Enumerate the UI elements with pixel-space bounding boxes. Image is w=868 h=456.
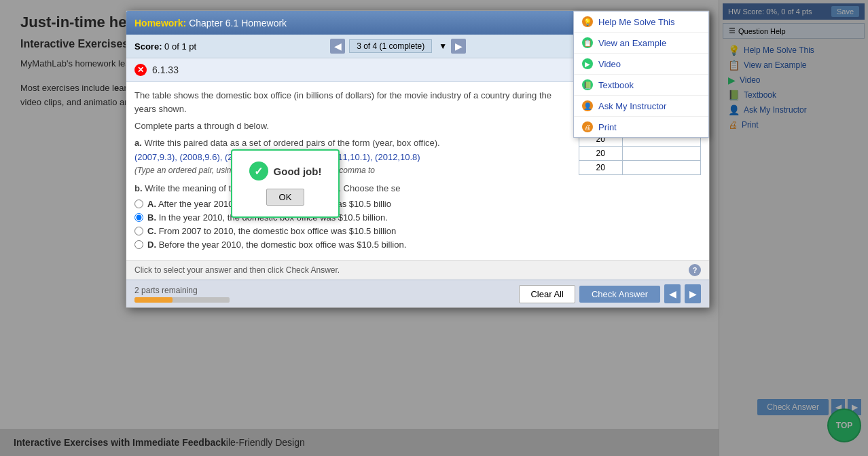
prev-nav-button[interactable]: ◀ [664,284,681,303]
nav-dropdown-icon[interactable]: ▼ [439,41,447,51]
question-number: 6.1.33 [152,64,179,75]
part-a-text: a. Write this paired data as a set of or… [134,138,571,148]
dropdown-video[interactable]: ▶ Video [574,54,708,75]
progress-bar-container [134,297,230,303]
dropdown-solve-icon: 💡 [582,16,593,27]
question-intro: The table shows the domestic box office … [134,89,571,115]
dropdown-solve[interactable]: 💡 Help Me Solve This [574,12,708,33]
check-answer-button[interactable]: Check Answer [579,286,660,303]
dropdown-example[interactable]: 📋 View an Example [574,33,708,54]
radio-d[interactable] [134,240,143,249]
ok-button[interactable]: OK [266,189,305,206]
prev-question-button[interactable]: ◀ [330,39,345,54]
error-icon: ✕ [134,64,147,76]
option-a: A. After the year 2010, the domestic box… [134,199,571,209]
part-b-text: b. Write the meaning of the ordered pair… [134,183,571,193]
dropdown-instructor-icon: 👤 [582,100,593,111]
question-position: 3 of 4 (1 complete) [349,39,432,53]
radio-b[interactable] [134,213,143,222]
homework-label: Homework: [134,18,186,28]
dropdown-textbook[interactable]: 📗 Textbook [574,75,708,96]
good-job-dialog: ✓ Good job! OK [231,149,340,218]
score-nav: ◀ 3 of 4 (1 complete) ▼ ▶ [330,39,466,54]
status-bar: Click to select your answer and then cli… [126,260,709,280]
dropdown-instructor[interactable]: 👤 Ask My Instructor [574,96,708,117]
question-header: ✕ 6.1.33 ☰ Question Help ⚙ 💡 Help Me Sol… [126,58,709,82]
table-row: 20 [579,147,701,161]
dropdown-print-icon: 🖨 [582,121,593,132]
next-nav-button[interactable]: ▶ [685,284,701,303]
action-buttons: Clear All Check Answer ◀ ▶ [519,284,701,303]
option-c: C. From 2007 to 2010, the domestic box o… [134,226,571,236]
option-d: D. Before the year 2010, the domestic bo… [134,240,571,250]
main-modal: Homework: Chapter 6.1 Homework Save ✕ Sc… [126,10,710,308]
help-circle-icon[interactable]: ? [689,264,701,276]
action-bar: 2 parts remaining Clear All Check Answer… [126,280,709,307]
radio-c[interactable] [134,227,143,235]
homework-title: Chapter 6.1 Homework [189,18,287,28]
part-a-answer: (2007,9.3), (2008,9.6), (2009,10.7), (20… [134,152,571,162]
label-c: C. From 2007 to 2010, the domestic box o… [147,226,396,236]
dropdown-textbook-icon: 📗 [582,79,593,90]
parts-remaining-container: 2 parts remaining [134,286,230,303]
help-dropdown: 💡 Help Me Solve This 📋 View an Example ▶… [573,11,709,138]
status-text: Click to select your answer and then cli… [134,265,340,275]
dropdown-print[interactable]: 🖨 Print [574,117,708,137]
parts-remaining-text: 2 parts remaining [134,286,230,295]
table-row: 20 [579,161,701,175]
option-b: B. In the year 2010, the domestic box of… [134,212,571,223]
label-d: D. Before the year 2010, the domestic bo… [147,240,406,250]
clear-all-button[interactable]: Clear All [519,285,575,303]
dropdown-example-icon: 📋 [582,37,593,48]
good-job-header: ✓ Good job! [243,162,327,180]
score-display: Score: 0 of 1 pt [134,41,196,52]
dropdown-video-icon: ▶ [582,58,593,69]
modal-title: Homework: Chapter 6.1 Homework [134,18,287,28]
question-complete: Complete parts a through d below. [134,121,571,131]
question-left: The table shows the domestic box office … [134,89,571,253]
part-a-hint: (Type an ordered pair, using integers or… [134,166,571,175]
progress-bar-fill [134,297,173,303]
good-job-text: Good job! [274,166,322,177]
checkmark-icon: ✓ [249,162,268,180]
next-question-button[interactable]: ▶ [451,39,466,54]
radio-a[interactable] [134,200,143,208]
